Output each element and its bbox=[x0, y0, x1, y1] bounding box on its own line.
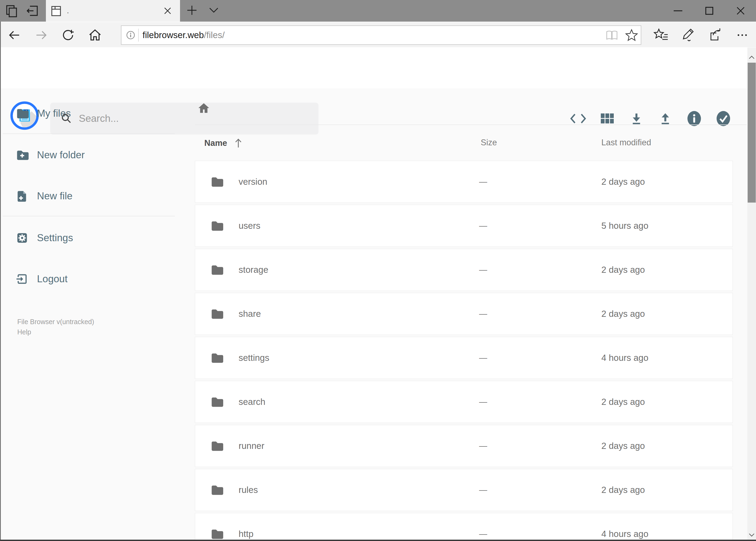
tabs-preview-icon bbox=[5, 4, 19, 18]
favorite-star-icon[interactable] bbox=[625, 29, 638, 41]
table-row[interactable]: share — 2 days ago bbox=[195, 293, 733, 335]
table-row[interactable]: users — 5 hours ago bbox=[195, 205, 733, 247]
file-modified: 2 days ago bbox=[601, 309, 645, 319]
breadcrumb-home-button[interactable] bbox=[195, 100, 212, 116]
chevron-down-icon bbox=[749, 533, 755, 537]
settings-gear-icon bbox=[15, 231, 29, 245]
file-size: — bbox=[479, 265, 487, 274]
back-button[interactable] bbox=[5, 25, 24, 45]
tab-list-button[interactable] bbox=[206, 2, 222, 18]
refresh-button[interactable] bbox=[58, 25, 78, 45]
browser-tab[interactable]: . bbox=[46, 0, 180, 22]
folder-icon bbox=[210, 175, 223, 189]
sidebar-divider bbox=[3, 216, 175, 216]
forward-arrow-icon bbox=[34, 28, 49, 43]
file-modified: 2 days ago bbox=[601, 265, 645, 275]
file-size: — bbox=[479, 397, 487, 406]
file-name: http bbox=[239, 529, 253, 539]
tab-close-button[interactable] bbox=[162, 5, 173, 17]
sidebar-item-label: My files bbox=[37, 108, 71, 119]
table-row[interactable]: search — 2 days ago bbox=[195, 381, 733, 423]
table-row[interactable]: storage — 2 days ago bbox=[195, 249, 733, 291]
sort-ascending-icon bbox=[233, 138, 243, 149]
file-name: runner bbox=[239, 441, 264, 451]
more-options-button[interactable] bbox=[732, 25, 752, 45]
table-row[interactable]: settings — 4 hours ago bbox=[195, 337, 733, 379]
folder-icon bbox=[210, 351, 223, 365]
titlebar: . bbox=[0, 0, 756, 22]
chevron-down-icon bbox=[209, 7, 219, 14]
scrollbar-up-button[interactable] bbox=[747, 52, 756, 63]
maximize-button[interactable] bbox=[697, 0, 722, 22]
site-info-icon bbox=[126, 30, 135, 40]
close-icon bbox=[736, 6, 745, 15]
table-row[interactable]: runner — 2 days ago bbox=[195, 425, 733, 467]
sidebar: My files New folder New file bbox=[0, 88, 178, 541]
sidebar-divider bbox=[3, 134, 175, 134]
sidebar-item-label: New file bbox=[37, 191, 73, 202]
sidebar-item-label: Settings bbox=[37, 232, 73, 244]
browser-window: . bbox=[0, 0, 756, 541]
file-name: rules bbox=[239, 485, 258, 495]
minimize-icon bbox=[673, 10, 682, 12]
sidebar-item-my-files[interactable]: My files bbox=[0, 103, 178, 124]
home-icon bbox=[88, 28, 103, 43]
share-button[interactable] bbox=[705, 25, 725, 45]
new-tab-button[interactable] bbox=[184, 2, 200, 18]
maximize-icon bbox=[705, 7, 713, 15]
table-row[interactable]: rules — 2 days ago bbox=[195, 469, 733, 511]
sidebar-item-new-folder[interactable]: New folder bbox=[0, 145, 178, 165]
scrollbar-down-button[interactable] bbox=[747, 530, 756, 540]
sidebar-item-new-file[interactable]: New file bbox=[0, 186, 178, 206]
url-host: filebrowser.web bbox=[142, 30, 204, 40]
set-tabs-aside-icon bbox=[25, 4, 39, 18]
tab-preview-button[interactable] bbox=[4, 3, 20, 19]
folder-icon bbox=[210, 527, 223, 541]
column-header-size[interactable]: Size bbox=[481, 138, 497, 148]
sidebar-item-logout[interactable]: Logout bbox=[0, 269, 178, 289]
file-size: — bbox=[479, 309, 487, 318]
page-scrollbar[interactable] bbox=[747, 48, 756, 541]
file-modified: 5 hours ago bbox=[601, 221, 648, 231]
annotate-button[interactable] bbox=[678, 25, 698, 45]
file-modified: 2 days ago bbox=[601, 485, 645, 495]
file-size: — bbox=[479, 221, 487, 231]
hub-button[interactable] bbox=[651, 25, 671, 45]
file-size: — bbox=[479, 529, 487, 539]
forward-button[interactable] bbox=[32, 25, 51, 45]
url-path: /files/ bbox=[204, 30, 225, 40]
sidebar-item-settings[interactable]: Settings bbox=[0, 228, 178, 248]
sidebar-item-label: Logout bbox=[37, 273, 68, 285]
set-tabs-aside-button[interactable] bbox=[24, 3, 41, 19]
app-header bbox=[0, 47, 756, 88]
navigation-bar: filebrowser.web/files/ bbox=[0, 22, 756, 47]
app-version-text: File Browser v(untracked) bbox=[17, 318, 94, 326]
window-bottom-border bbox=[0, 540, 756, 541]
folder-icon bbox=[15, 107, 29, 120]
table-row[interactable]: http — 4 hours ago bbox=[195, 513, 733, 541]
scrollbar-thumb[interactable] bbox=[748, 63, 756, 203]
column-header-name[interactable]: Name bbox=[204, 138, 243, 149]
file-modified: 4 hours ago bbox=[601, 529, 648, 539]
file-modified: 2 days ago bbox=[601, 397, 645, 407]
pen-icon bbox=[681, 28, 696, 43]
file-size: — bbox=[479, 485, 487, 495]
file-plus-icon bbox=[15, 189, 29, 203]
folder-icon bbox=[210, 439, 223, 453]
folder-plus-icon bbox=[15, 148, 29, 162]
address-bar[interactable]: filebrowser.web/files/ bbox=[121, 25, 641, 45]
home-button[interactable] bbox=[85, 25, 105, 45]
file-listing: Name Size Last modified version — 2 days… bbox=[178, 88, 748, 541]
help-link[interactable]: Help bbox=[17, 328, 31, 336]
window-close-button[interactable] bbox=[728, 0, 753, 22]
refresh-icon bbox=[61, 28, 76, 43]
table-row[interactable]: version — 2 days ago bbox=[195, 161, 733, 203]
ellipsis-icon bbox=[735, 28, 750, 43]
tab-title: . bbox=[67, 7, 69, 15]
favorites-hub-icon bbox=[653, 28, 668, 42]
reading-view-icon bbox=[606, 30, 618, 41]
file-modified: 2 days ago bbox=[601, 441, 645, 451]
minimize-button[interactable] bbox=[665, 0, 690, 22]
column-header-modified[interactable]: Last modified bbox=[601, 138, 651, 148]
file-size: — bbox=[479, 353, 487, 362]
